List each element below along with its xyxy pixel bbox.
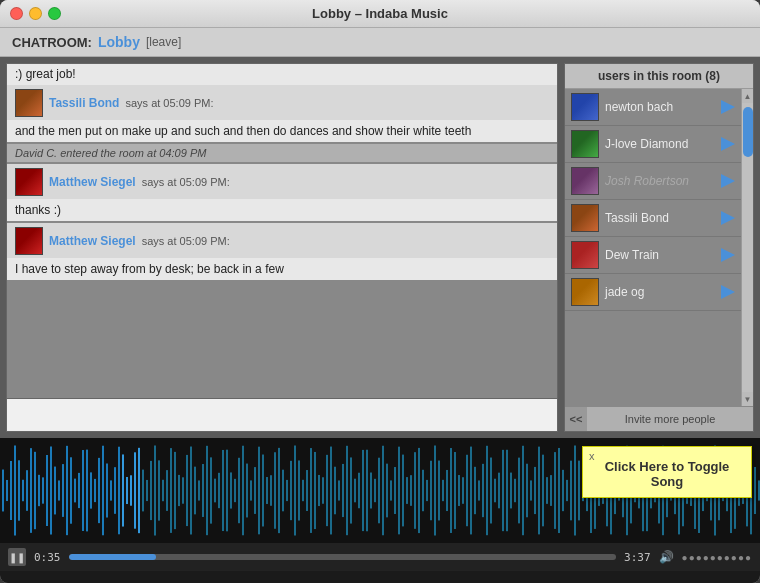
chat-meta: says at 05:09 PM: [125,97,213,109]
user-avatar [571,130,599,158]
minimize-button[interactable] [29,7,42,20]
svg-rect-50 [198,480,200,500]
chat-meta: says at 05:09 PM: [142,176,230,188]
chat-message-group: Matthew Siegel says at 05:09 PM: I have … [7,223,557,280]
svg-rect-90 [358,473,360,508]
svg-rect-48 [190,447,192,535]
volume-icon[interactable]: 🔊 [659,550,674,564]
svg-rect-30 [118,447,120,535]
chat-meta: says at 05:09 PM: [142,235,230,247]
svg-rect-10 [38,475,40,506]
svg-rect-98 [390,480,392,500]
content-row: :) great job! Tassili Bond says at 05:09… [0,57,760,438]
svg-rect-64 [254,467,256,514]
progress-bar[interactable] [69,554,617,560]
chat-system-message: David C. entered the room at 04:09 PM [7,144,557,162]
svg-rect-118 [470,447,472,535]
scroll-up-icon[interactable]: ▲ [742,89,754,103]
user-play-icon[interactable] [721,248,735,262]
svg-rect-24 [94,479,96,502]
chat-username: Matthew Siegel [49,234,136,248]
svg-rect-116 [462,477,464,504]
svg-rect-135 [538,447,540,535]
svg-rect-94 [374,479,376,502]
chat-text: and the men put on make up and such and … [7,120,557,142]
close-button[interactable] [10,7,23,20]
svg-rect-18 [70,457,72,523]
svg-rect-143 [570,461,572,521]
svg-rect-91 [362,450,364,531]
chatroom-label: CHATROOM: [12,35,92,50]
svg-rect-72 [286,480,288,501]
svg-rect-133 [530,480,532,500]
svg-rect-67 [266,477,268,504]
svg-rect-2 [6,480,8,501]
svg-rect-125 [498,473,500,509]
svg-rect-46 [182,477,184,503]
svg-rect-132 [526,464,528,518]
svg-rect-115 [458,475,460,506]
user-avatar [571,204,599,232]
svg-rect-89 [354,479,356,503]
svg-rect-100 [398,447,400,535]
svg-rect-119 [474,467,476,514]
svg-rect-8 [30,448,32,533]
svg-rect-58 [230,472,232,508]
maximize-button[interactable] [48,7,61,20]
user-avatar [571,241,599,269]
svg-rect-32 [126,477,128,504]
svg-rect-87 [346,446,348,535]
chat-msg-header: Tassili Bond says at 05:09 PM: [7,85,557,119]
svg-rect-136 [542,455,544,527]
user-play-icon[interactable] [721,174,735,188]
user-item-josh[interactable]: Josh Robertson [565,163,741,200]
user-item-jlove[interactable]: J-love Diamond [565,126,741,163]
user-play-icon[interactable] [721,211,735,225]
svg-rect-126 [502,450,504,531]
svg-rect-97 [386,464,388,518]
users-bottom: << Invite more people [565,406,753,431]
invite-more-button[interactable]: Invite more people [587,409,753,429]
scroll-down-icon[interactable]: ▼ [742,392,754,406]
svg-rect-33 [130,475,132,505]
svg-rect-141 [562,470,564,511]
user-item-dew[interactable]: Dew Train [565,237,741,274]
svg-rect-61 [242,446,244,536]
svg-rect-92 [366,450,368,532]
svg-rect-38 [150,461,152,520]
progress-fill [69,554,157,560]
chat-username: Tassili Bond [49,96,119,110]
pause-icon: ❚❚ [9,552,25,563]
svg-rect-65 [258,447,260,535]
chat-panel: :) great job! Tassili Bond says at 05:09… [6,63,558,432]
svg-rect-128 [510,473,512,509]
svg-rect-59 [234,479,236,502]
chat-text: thanks :) [7,199,557,221]
user-item-jade[interactable]: jade og [565,274,741,311]
svg-rect-34 [134,452,136,528]
play-pause-button[interactable]: ❚❚ [8,548,26,566]
svg-rect-45 [178,475,180,506]
titlebar: Lobby – Indaba Music [0,0,760,28]
users-panel: users in this room (8) newton bach J-lov… [564,63,754,432]
user-item-tassili[interactable]: Tassili Bond [565,200,741,237]
collapse-button[interactable]: << [565,407,587,431]
toggle-song-close-button[interactable]: x [589,450,595,462]
user-play-icon[interactable] [721,285,735,299]
chat-message-simple: :) great job! [7,64,557,85]
toggle-song-text[interactable]: Click Here to Toggle Song [595,455,739,489]
window-controls [10,7,61,20]
avatar [15,227,43,255]
user-item-newton[interactable]: newton bach [565,89,741,126]
svg-rect-51 [202,464,204,517]
svg-rect-60 [238,458,240,523]
svg-rect-79 [314,452,316,529]
svg-rect-15 [58,480,60,500]
user-play-icon[interactable] [721,137,735,151]
chat-msg-header: Matthew Siegel says at 05:09 PM: [7,223,557,257]
avatar [15,89,43,117]
svg-rect-117 [466,455,468,526]
leave-button[interactable]: [leave] [146,35,181,49]
user-play-icon[interactable] [721,100,735,114]
chat-input[interactable] [7,399,557,431]
